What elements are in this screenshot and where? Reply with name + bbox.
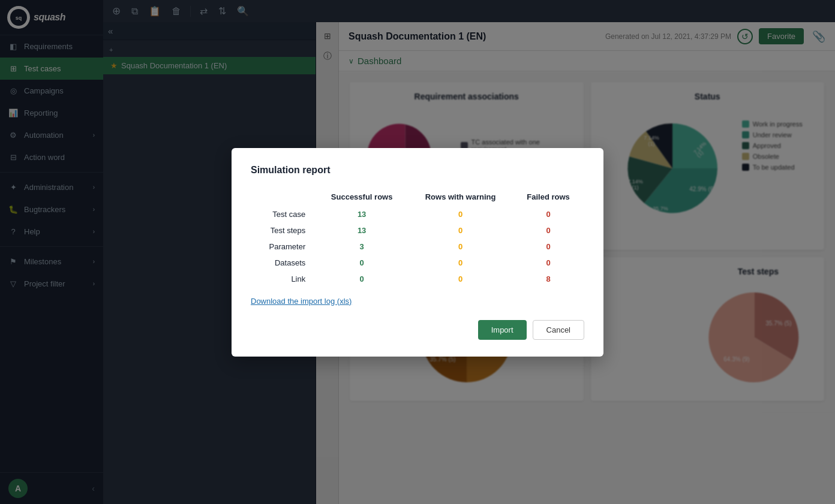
row-label: Link (251, 271, 315, 287)
modal-overlay: Simulation report Successful rows Rows w… (0, 0, 835, 504)
row-warning: 0 (409, 206, 512, 222)
row-label: Parameter (251, 239, 315, 255)
table-row: Datasets 0 0 0 (251, 255, 584, 271)
row-successful: 13 (315, 222, 409, 239)
import-btn[interactable]: Import (478, 320, 527, 340)
col-failed: Failed rows (512, 188, 584, 206)
cancel-btn[interactable]: Cancel (533, 320, 584, 340)
row-failed: 0 (512, 255, 584, 271)
row-successful: 3 (315, 239, 409, 255)
row-successful: 0 (315, 271, 409, 287)
table-row: Parameter 3 0 0 (251, 239, 584, 255)
col-entity (251, 188, 315, 206)
table-row: Test case 13 0 0 (251, 206, 584, 222)
row-successful: 0 (315, 255, 409, 271)
simulation-report-modal: Simulation report Successful rows Rows w… (232, 148, 603, 357)
table-row: Test steps 13 0 0 (251, 222, 584, 239)
row-label: Test case (251, 206, 315, 222)
row-failed: 0 (512, 206, 584, 222)
row-failed: 0 (512, 222, 584, 239)
modal-actions: Import Cancel (251, 320, 584, 340)
row-warning: 0 (409, 239, 512, 255)
row-failed: 8 (512, 271, 584, 287)
simulation-table: Successful rows Rows with warning Failed… (251, 188, 584, 287)
col-warning: Rows with warning (409, 188, 512, 206)
row-warning: 0 (409, 271, 512, 287)
row-label: Datasets (251, 255, 315, 271)
row-label: Test steps (251, 222, 315, 239)
col-successful: Successful rows (315, 188, 409, 206)
row-failed: 0 (512, 239, 584, 255)
row-warning: 0 (409, 255, 512, 271)
row-warning: 0 (409, 222, 512, 239)
modal-title: Simulation report (251, 165, 584, 176)
table-row: Link 0 0 8 (251, 271, 584, 287)
row-successful: 13 (315, 206, 409, 222)
download-log-link[interactable]: Download the import log (xls) (251, 297, 584, 306)
